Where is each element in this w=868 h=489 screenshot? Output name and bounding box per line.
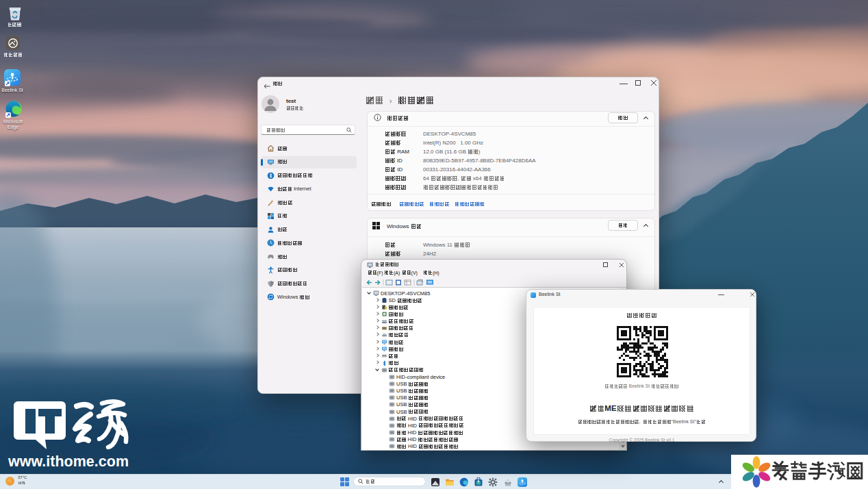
- svg-text:www.ithome.com: www.ithome.com: [8, 453, 129, 470]
